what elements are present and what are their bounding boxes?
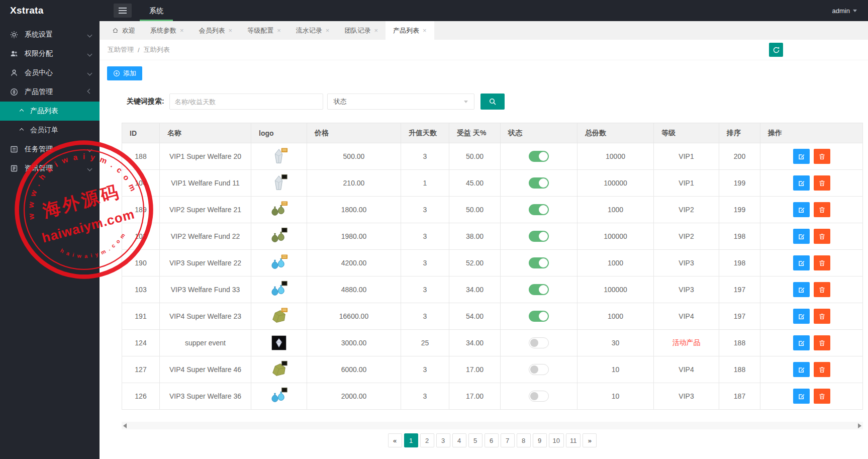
benefit-percent: 34.00 — [449, 277, 501, 303]
edit-icon — [798, 393, 805, 400]
product-logo-cell — [251, 303, 307, 330]
delete-button[interactable] — [814, 255, 830, 270]
column-header-10: 操作 — [760, 123, 863, 143]
top-nav-system[interactable]: 系统 — [140, 0, 173, 21]
delete-button[interactable] — [814, 362, 830, 377]
tab-team-records[interactable]: 团队记录× — [337, 21, 385, 40]
sidebar-subitem-product-list[interactable]: 产品列表 — [0, 102, 100, 121]
status-toggle[interactable] — [529, 311, 549, 322]
status-toggle[interactable] — [529, 204, 549, 215]
delete-button[interactable] — [814, 229, 830, 244]
tab-welcome[interactable]: 欢迎 — [105, 21, 143, 40]
sidebar-item-permissions[interactable]: 权限分配 — [0, 44, 100, 63]
sidebar-item-member-center[interactable]: 会员中心 — [0, 63, 100, 82]
product-price: 3000.00 — [307, 330, 401, 356]
status-toggle[interactable] — [529, 364, 549, 375]
edit-button[interactable] — [793, 202, 810, 217]
product-level: VIP2 — [654, 223, 719, 250]
page-prev[interactable]: « — [388, 433, 402, 447]
edit-button[interactable] — [793, 229, 810, 244]
page-next[interactable]: » — [583, 433, 597, 447]
delete-button[interactable] — [814, 389, 830, 404]
product-id: 126 — [122, 383, 160, 410]
close-icon[interactable]: × — [423, 27, 427, 34]
sidebar-item-task-management[interactable]: 任务管理 — [0, 140, 100, 159]
status-toggle[interactable] — [529, 391, 549, 402]
status-toggle[interactable] — [529, 257, 549, 268]
tab-flow-records[interactable]: 流水记录× — [288, 21, 337, 40]
tab-level-config[interactable]: 等级配置× — [240, 21, 288, 40]
page-5[interactable]: 5 — [468, 433, 483, 447]
delete-button[interactable] — [814, 149, 830, 164]
keyword-input[interactable] — [169, 94, 323, 110]
product-logo-image — [269, 280, 288, 299]
edit-button[interactable] — [793, 362, 810, 377]
page-2[interactable]: 2 — [420, 433, 434, 447]
edit-button[interactable] — [793, 149, 810, 164]
status-toggle[interactable] — [529, 284, 549, 295]
status-toggle[interactable] — [529, 151, 549, 162]
content: 添加 关键词搜索: 状态 ID名称logo价格升值天数受益 天%状态总份数等级排… — [100, 60, 868, 447]
page-11[interactable]: 11 — [566, 433, 581, 447]
status-select[interactable]: 状态 — [327, 94, 474, 110]
product-logo-cell — [251, 250, 307, 277]
edit-button[interactable] — [793, 175, 810, 191]
close-icon[interactable]: × — [326, 27, 330, 34]
tasks-icon — [10, 145, 18, 153]
page-9[interactable]: 9 — [533, 433, 547, 447]
page-6[interactable]: 6 — [485, 433, 499, 447]
appreciation-days: 3 — [401, 303, 449, 330]
search-button[interactable] — [480, 94, 505, 110]
toggle-knob — [539, 258, 548, 267]
page-3[interactable]: 3 — [436, 433, 450, 447]
sidebar-item-news-management[interactable]: 资讯管理 — [0, 159, 100, 178]
delete-button[interactable] — [814, 175, 830, 191]
product-logo-image — [269, 333, 288, 352]
edit-button[interactable] — [793, 282, 810, 297]
page-8[interactable]: 8 — [517, 433, 531, 447]
delete-button[interactable] — [814, 309, 830, 324]
user-menu[interactable]: admin — [832, 0, 868, 21]
chevron-left-icon — [87, 51, 92, 56]
sidebar-item-label: 资讯管理 — [25, 164, 53, 173]
edit-button[interactable] — [793, 255, 810, 270]
horizontal-scrollbar[interactable] — [122, 422, 863, 429]
delete-button[interactable] — [814, 335, 830, 350]
trash-icon — [818, 286, 826, 294]
status-cell — [501, 303, 577, 330]
level-label: VIP4 — [679, 312, 694, 320]
close-icon[interactable]: × — [180, 27, 184, 34]
toggle-knob — [530, 365, 538, 374]
sidebar-item-system-settings[interactable]: 系统设置 — [0, 25, 100, 44]
page-10[interactable]: 10 — [549, 433, 564, 447]
page-1[interactable]: 1 — [404, 433, 418, 447]
menu-collapse-icon[interactable] — [114, 4, 132, 18]
tab-label: 等级配置 — [247, 26, 273, 35]
page-4[interactable]: 4 — [452, 433, 466, 447]
page-7[interactable]: 7 — [501, 433, 515, 447]
add-button[interactable]: 添加 — [107, 66, 142, 80]
close-icon[interactable]: × — [229, 27, 233, 34]
status-toggle[interactable] — [529, 337, 549, 348]
status-toggle[interactable] — [529, 231, 549, 242]
edit-button[interactable] — [793, 389, 810, 404]
scroll-left-icon[interactable] — [123, 423, 127, 428]
tab-member-list[interactable]: 会员列表× — [191, 21, 240, 40]
scroll-right-icon[interactable] — [858, 423, 861, 428]
edit-button[interactable] — [793, 309, 810, 324]
delete-button[interactable] — [814, 282, 830, 297]
sidebar-subitem-member-orders[interactable]: 会员订单 — [0, 121, 100, 140]
refresh-button[interactable] — [769, 43, 783, 57]
news-icon — [10, 164, 18, 172]
status-toggle[interactable] — [529, 177, 549, 189]
tab-product-list[interactable]: 产品列表× — [385, 21, 434, 40]
breadcrumb-page: 互助列表 — [144, 45, 170, 54]
sidebar-item-product-management[interactable]: 产品管理 — [0, 82, 100, 102]
edit-button[interactable] — [793, 335, 810, 350]
delete-button[interactable] — [814, 202, 830, 217]
tab-system-params[interactable]: 系统参数× — [143, 21, 191, 40]
close-icon[interactable]: × — [374, 27, 378, 34]
product-name: VIP3 Super Welfare 36 — [160, 383, 251, 410]
tab-label: 会员列表 — [199, 26, 225, 35]
close-icon[interactable]: × — [277, 27, 281, 34]
